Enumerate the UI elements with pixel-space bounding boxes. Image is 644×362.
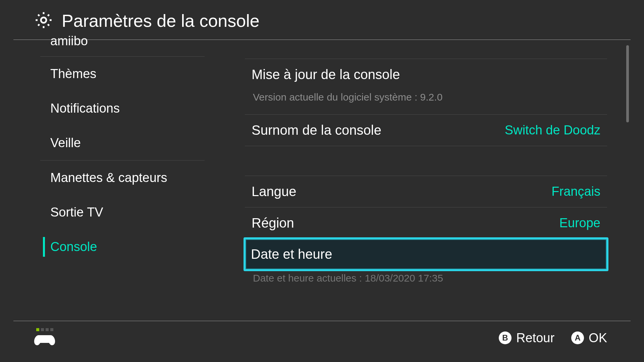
row-console-nickname[interactable]: Surnom de la console Switch de Doodz: [245, 114, 607, 146]
sidebar-item-sleep[interactable]: Veille: [13, 126, 218, 160]
sidebar-item-label: Manettes & capteurs: [50, 171, 167, 185]
player-dots: [36, 328, 53, 331]
row-label: Langue: [252, 184, 296, 199]
sidebar-item-label: Veille: [50, 136, 81, 150]
row-language[interactable]: Langue Français: [245, 176, 607, 207]
sidebar-item-label: Console: [50, 240, 97, 254]
svg-point-0: [41, 17, 46, 23]
sidebar-item-label: Notifications: [50, 101, 120, 115]
row-label: Région: [252, 216, 294, 231]
sidebar: amiibo Thèmes Notifications Veille Manet…: [13, 40, 218, 321]
sidebar-item-console[interactable]: Console: [13, 230, 218, 264]
controller-indicator: [34, 328, 56, 348]
sidebar-item-notifications[interactable]: Notifications: [13, 91, 218, 126]
system-update-subtitle: Version actuelle du logiciel système : 9…: [245, 90, 607, 114]
main-area: amiibo Thèmes Notifications Veille Manet…: [13, 40, 631, 321]
sidebar-item-controllers[interactable]: Manettes & capteurs: [13, 161, 218, 195]
controller-icon: [34, 333, 56, 348]
sidebar-item-themes[interactable]: Thèmes: [13, 57, 218, 91]
sidebar-item-label: amiibo: [50, 34, 88, 48]
sidebar-item-label: Thèmes: [50, 67, 96, 81]
ok-button[interactable]: A OK: [571, 331, 607, 345]
a-key-icon: A: [571, 331, 584, 344]
row-value: Switch de Doodz: [505, 123, 600, 137]
group-locale: Langue Français Région Europe Date et he…: [245, 176, 607, 284]
back-button[interactable]: B Retour: [499, 331, 554, 345]
b-key-icon: B: [499, 331, 512, 344]
content-pane: Mise à jour de la console Version actuel…: [218, 40, 631, 321]
date-time-subtitle: Date et heure actuelles : 18/03/2020 17:…: [245, 271, 607, 284]
scrollbar[interactable]: [626, 45, 629, 122]
sidebar-item-label: Sortie TV: [50, 205, 103, 219]
row-system-update[interactable]: Mise à jour de la console: [245, 59, 607, 90]
ok-label: OK: [589, 331, 607, 345]
row-value: Europe: [559, 216, 600, 230]
row-label: Mise à jour de la console: [252, 67, 400, 82]
sidebar-item-amiibo[interactable]: amiibo: [13, 34, 218, 56]
row-label: Date et heure: [251, 247, 332, 262]
row-value: Français: [551, 184, 600, 199]
group-system-update: Mise à jour de la console Version actuel…: [245, 59, 607, 146]
row-region[interactable]: Région Europe: [245, 207, 607, 239]
back-label: Retour: [516, 331, 554, 345]
footer-buttons: B Retour A OK: [499, 331, 607, 345]
gear-icon: [34, 10, 54, 32]
sidebar-item-tv-output[interactable]: Sortie TV: [13, 195, 218, 230]
row-label: Surnom de la console: [252, 123, 381, 138]
row-date-time[interactable]: Date et heure: [244, 237, 608, 271]
footer: B Retour A OK: [13, 321, 631, 355]
page-title: Paramètres de la console: [62, 11, 260, 31]
